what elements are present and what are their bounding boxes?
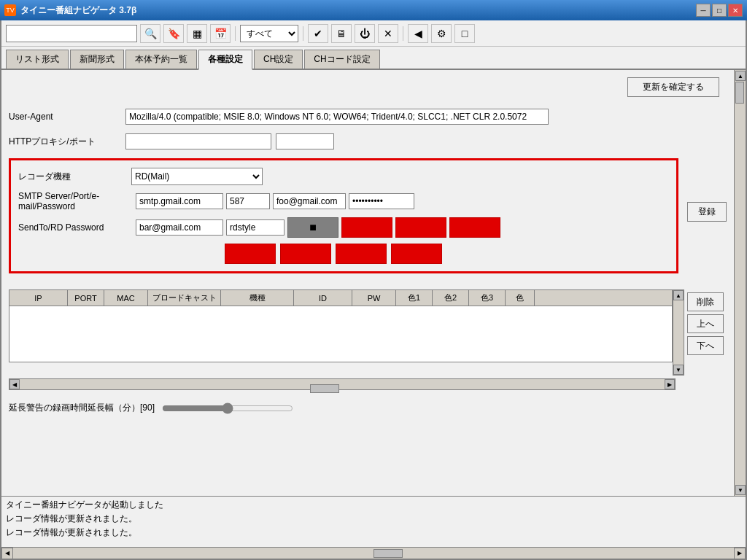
- slider-section: 延長警告の録画時間延長幅（分）[90]: [9, 402, 727, 414]
- tab-settings[interactable]: 各種設定: [198, 50, 252, 70]
- http-proxy-row: HTTPプロキシ/ポート: [9, 133, 727, 149]
- tab-reservation[interactable]: 本体予約一覧: [125, 50, 197, 69]
- status-bar: タイニー番組ナビゲータが起動しました レコーダ情報が更新されました。 レコーダ情…: [1, 496, 746, 547]
- settings-button[interactable]: ⚙: [431, 24, 452, 43]
- table-vscrollbar[interactable]: ▲ ▼: [673, 289, 684, 376]
- app-title: タイニー番組ナビゲータ 3.7β: [20, 4, 136, 17]
- category-dropdown[interactable]: すべて: [240, 25, 298, 42]
- smtp-password-input[interactable]: [349, 193, 414, 209]
- tab-chcode[interactable]: CHコード設定: [304, 50, 379, 69]
- h-scroll-thumb[interactable]: [310, 384, 339, 393]
- sendto-email-input[interactable]: [136, 219, 223, 236]
- red-btn-7[interactable]: [391, 244, 442, 264]
- col-color1-header: 色1: [396, 290, 433, 306]
- red-btn-3[interactable]: [449, 217, 500, 238]
- proxy-host-input[interactable]: [125, 133, 271, 149]
- bottom-scrollbar[interactable]: ◀ ▶: [1, 547, 746, 559]
- col-type-header: 機種: [221, 290, 294, 306]
- recorder-type-row: レコーダ機種 RD(Mail): [18, 168, 669, 185]
- search-input[interactable]: [6, 25, 137, 42]
- table-header: IP PORT MAC ブロードキャスト 機種 ID PW 色1 色2 色3 色: [9, 290, 672, 306]
- table-body: [9, 306, 672, 362]
- main-vscrollbar[interactable]: ▲ ▼: [734, 70, 746, 496]
- back-button[interactable]: ◀: [408, 24, 428, 43]
- tab-ch[interactable]: CH設定: [254, 50, 303, 69]
- title-bar-left: TV タイニー番組ナビゲータ 3.7β: [4, 4, 136, 17]
- slider-label: 延長警告の録画時間延長幅（分）[90]: [9, 402, 155, 414]
- col-pw-header: PW: [352, 290, 396, 306]
- table-with-buttons: IP PORT MAC ブロードキャスト 機種 ID PW 色1 色2 色3 色: [9, 289, 727, 376]
- col-more-header: 色: [506, 290, 535, 306]
- toolbar: 🔍 🔖 ▦ 📅 すべて ✔ 🖥 ⏻ ✕ ◀ ⚙ □: [1, 20, 746, 47]
- bottom-scroll-right[interactable]: ▶: [734, 548, 746, 559]
- red-btn-6[interactable]: [336, 244, 387, 264]
- red-btn-2[interactable]: [395, 217, 446, 238]
- user-agent-input[interactable]: [125, 109, 549, 125]
- smtp-server-input[interactable]: [136, 193, 223, 209]
- main-scroll-down[interactable]: ▼: [735, 485, 746, 495]
- scroll-up-arrow[interactable]: ▲: [673, 290, 684, 300]
- main-scroll-up[interactable]: ▲: [735, 71, 746, 81]
- sendto-section: SendTo/RD Password ■: [18, 217, 669, 264]
- toolbar-separator-3: [403, 26, 403, 41]
- red-btn-4[interactable]: [225, 244, 276, 264]
- power-button[interactable]: ⏻: [355, 24, 375, 43]
- maximize-button[interactable]: □: [712, 4, 727, 17]
- time-extend-slider[interactable]: [162, 402, 293, 414]
- tab-news[interactable]: 新聞形式: [70, 50, 124, 69]
- main-scroll-thumb[interactable]: [735, 82, 744, 104]
- register-button[interactable]: 登録: [687, 202, 727, 222]
- sendto-row: SendTo/RD Password ■: [18, 217, 669, 238]
- main-scroll-track: [735, 82, 746, 484]
- red-btn-5[interactable]: [280, 244, 331, 264]
- update-row: 更新を確定する: [9, 77, 727, 97]
- view-button[interactable]: □: [454, 24, 475, 43]
- col-color3-header: 色3: [469, 290, 506, 306]
- toolbar-separator-1: [235, 26, 236, 41]
- status-line-1: タイニー番組ナビゲータが起動しました: [6, 498, 741, 512]
- smtp-email-input[interactable]: [273, 193, 346, 209]
- title-bar-buttons: ─ □ ✕: [696, 4, 743, 17]
- scroll-right-arrow[interactable]: ▶: [665, 379, 675, 389]
- stop-button[interactable]: ✕: [378, 24, 398, 43]
- tab-list[interactable]: リスト形式: [6, 50, 69, 69]
- toolbar-separator-2: [303, 26, 303, 41]
- smtp-port-input[interactable]: [226, 193, 270, 209]
- user-agent-row: User-Agent: [9, 109, 727, 125]
- bottom-scroll-left[interactable]: ◀: [1, 548, 13, 559]
- proxy-port-input[interactable]: [276, 133, 334, 149]
- monitor-button[interactable]: 🖥: [331, 24, 352, 43]
- scroll-left-arrow[interactable]: ◀: [9, 379, 20, 389]
- bookmark-button[interactable]: 🔖: [163, 24, 184, 43]
- app-icon: TV: [4, 4, 16, 16]
- smtp-inputs: [136, 193, 414, 209]
- red-btn-1[interactable]: [341, 217, 392, 238]
- red-buttons-row2: [225, 244, 669, 264]
- delete-button[interactable]: 削除: [687, 292, 724, 311]
- user-agent-label: User-Agent: [9, 112, 125, 122]
- update-button[interactable]: 更新を確定する: [627, 77, 719, 97]
- close-button[interactable]: ✕: [728, 4, 743, 17]
- status-line-3: レコーダ情報が更新されました。: [6, 526, 741, 540]
- minimize-button[interactable]: ─: [696, 4, 711, 17]
- recorder-section: レコーダ機種 RD(Mail) SMTP Server/Port/e-mail/…: [9, 158, 678, 273]
- down-button[interactable]: 下へ: [687, 336, 724, 355]
- search-button[interactable]: 🔍: [140, 24, 160, 43]
- dot-button[interactable]: ■: [287, 217, 338, 238]
- col-broadcast-header: ブロードキャスト: [148, 290, 221, 306]
- sendto-pass-input[interactable]: [226, 219, 285, 236]
- smtp-label: SMTP Server/Port/e-mail/Password: [18, 191, 131, 211]
- check-button[interactable]: ✔: [308, 24, 328, 43]
- grid-button[interactable]: ▦: [187, 24, 207, 43]
- calendar-button[interactable]: 📅: [210, 24, 231, 43]
- up-button[interactable]: 上へ: [687, 314, 724, 333]
- tabs-bar: リスト形式 新聞形式 本体予約一覧 各種設定 CH設定 CHコード設定: [1, 47, 746, 70]
- h-scrollbar[interactable]: ◀ ▶: [9, 378, 676, 390]
- title-bar: TV タイニー番組ナビゲータ 3.7β ─ □ ✕: [0, 0, 747, 20]
- col-ip-header: IP: [9, 290, 68, 306]
- scroll-down-arrow[interactable]: ▼: [673, 365, 684, 375]
- col-port-header: PORT: [68, 290, 104, 306]
- bottom-scroll-thumb[interactable]: [374, 549, 403, 558]
- bottom-scroll-track: [13, 549, 734, 558]
- recorder-type-dropdown[interactable]: RD(Mail): [131, 168, 263, 185]
